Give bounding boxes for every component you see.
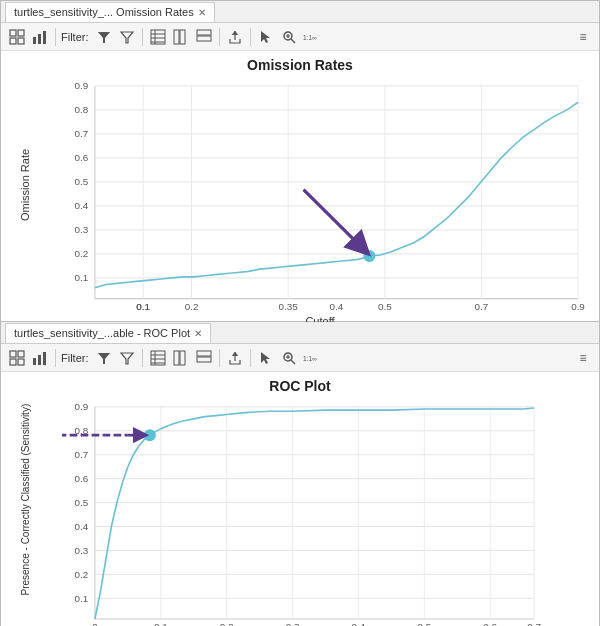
svg-marker-81: [261, 352, 270, 364]
svg-text:0.6: 0.6: [483, 621, 497, 626]
filter-icon-2b[interactable]: [117, 348, 137, 368]
tab-omission-close[interactable]: ✕: [198, 7, 206, 18]
export-icon-2[interactable]: [225, 348, 245, 368]
svg-text:0.3: 0.3: [75, 224, 89, 235]
svg-text:0.2: 0.2: [75, 248, 89, 259]
omission-curve: [95, 102, 578, 287]
svg-text:0.3: 0.3: [286, 621, 300, 626]
omission-dot: [364, 251, 375, 262]
svg-text:0.7: 0.7: [75, 128, 89, 139]
svg-rect-65: [18, 359, 24, 365]
svg-rect-62: [10, 351, 16, 357]
chart-icon-2[interactable]: [30, 348, 50, 368]
filter-label-2: Filter:: [61, 352, 89, 364]
toolbar-1: Filter: 1:1∞ ≡: [1, 23, 599, 51]
svg-rect-67: [38, 355, 41, 365]
svg-text:0.5: 0.5: [378, 301, 392, 312]
svg-line-83: [291, 360, 295, 364]
svg-marker-7: [98, 32, 110, 43]
svg-text:0.1: 0.1: [136, 301, 150, 312]
svg-text:1:1: 1:1: [303, 34, 312, 41]
svg-rect-6: [43, 31, 46, 44]
svg-text:0.2: 0.2: [185, 301, 199, 312]
y-axis-label-1: Omission Rate: [19, 149, 31, 221]
tab-roc[interactable]: turtles_sensitivity_...able - ROC Plot ✕: [5, 323, 211, 343]
omission-chart-svg: 0.9 0.8 0.7 0.6 0.5 0.4 0.3 0.2 0.1 0.1 …: [51, 75, 589, 315]
svg-rect-76: [174, 351, 179, 365]
filter-icon-2a[interactable]: [94, 348, 114, 368]
table-icon[interactable]: [7, 27, 27, 47]
svg-text:0.8: 0.8: [75, 104, 89, 115]
svg-text:0.3: 0.3: [75, 545, 89, 556]
zoom-icon-2[interactable]: [279, 348, 299, 368]
svg-text:0.2: 0.2: [75, 569, 89, 580]
sep-2: [142, 28, 143, 46]
tab-bar-2: turtles_sensitivity_...able - ROC Plot ✕: [1, 322, 599, 344]
sep-2-1: [55, 349, 56, 367]
svg-rect-17: [197, 36, 211, 41]
grid-icon-1[interactable]: [148, 27, 168, 47]
chart-roc-title: ROC Plot: [1, 372, 599, 396]
svg-text:1:1: 1:1: [303, 355, 312, 362]
svg-text:0.4: 0.4: [330, 301, 344, 312]
svg-text:0.1: 0.1: [75, 272, 89, 283]
svg-rect-1: [18, 30, 24, 36]
svg-rect-68: [43, 352, 46, 365]
sep-1: [55, 28, 56, 46]
filter-icon-1b[interactable]: [117, 27, 137, 47]
svg-text:0.4: 0.4: [75, 521, 89, 532]
svg-line-61: [304, 190, 362, 248]
tab-roc-label: turtles_sensitivity_...able - ROC Plot: [14, 327, 190, 339]
svg-rect-77: [180, 351, 185, 365]
svg-text:0.1: 0.1: [154, 621, 168, 626]
tab-roc-close[interactable]: ✕: [194, 328, 202, 339]
roc-chart-svg: 0.9 0.8 0.7 0.6 0.5 0.4 0.3 0.2 0.1 0 0.…: [51, 396, 589, 626]
tab-omission-label: turtles_sensitivity_... Omission Rates: [14, 6, 194, 18]
svg-text:0.6: 0.6: [75, 473, 89, 484]
sep-3: [219, 28, 220, 46]
menu-icon-1[interactable]: ≡: [573, 27, 593, 47]
svg-rect-16: [197, 30, 211, 35]
svg-text:0.7: 0.7: [527, 621, 541, 626]
svg-rect-78: [197, 351, 211, 356]
svg-text:0.7: 0.7: [75, 449, 89, 460]
svg-text:0: 0: [92, 621, 98, 626]
menu-icon-2[interactable]: ≡: [573, 348, 593, 368]
sep-4: [250, 28, 251, 46]
svg-rect-66: [33, 358, 36, 365]
toolbar-2: Filter: 1:1∞ ≡: [1, 344, 599, 372]
svg-marker-69: [98, 353, 110, 364]
svg-line-21: [291, 39, 295, 43]
tab-omission[interactable]: turtles_sensitivity_... Omission Rates ✕: [5, 2, 215, 22]
svg-rect-79: [197, 357, 211, 362]
zoom-icon-1[interactable]: [279, 27, 299, 47]
sep-2-3: [219, 349, 220, 367]
row-icon-2[interactable]: [194, 348, 214, 368]
svg-rect-4: [33, 37, 36, 44]
svg-rect-14: [174, 30, 179, 44]
svg-marker-70: [121, 353, 133, 364]
cursor-icon-2[interactable]: [256, 348, 276, 368]
table-icon-2[interactable]: [7, 348, 27, 368]
svg-text:0.5: 0.5: [75, 176, 89, 187]
tab-bar-1: turtles_sensitivity_... Omission Rates ✕: [1, 1, 599, 23]
filter-icon-1a[interactable]: [94, 27, 114, 47]
filter-label-1: Filter:: [61, 31, 89, 43]
chart-icon[interactable]: [30, 27, 50, 47]
export-icon-1[interactable]: [225, 27, 245, 47]
omission-rates-panel: turtles_sensitivity_... Omission Rates ✕…: [0, 0, 600, 322]
zoom2-icon-2[interactable]: 1:1∞: [302, 348, 322, 368]
svg-text:0.1: 0.1: [75, 593, 89, 604]
zoom2-icon-1[interactable]: 1:1∞: [302, 27, 322, 47]
svg-text:0.5: 0.5: [417, 621, 431, 626]
svg-text:0.4: 0.4: [352, 621, 366, 626]
row-icon-1[interactable]: [194, 27, 214, 47]
sep-2-2: [142, 349, 143, 367]
col-icon-2[interactable]: [171, 348, 191, 368]
svg-text:0.9: 0.9: [571, 301, 585, 312]
grid-icon-2[interactable]: [148, 348, 168, 368]
cursor-icon-1[interactable]: [256, 27, 276, 47]
svg-text:0.4: 0.4: [75, 200, 89, 211]
col-icon-1[interactable]: [171, 27, 191, 47]
y-axis-label-2: Presence - Correctly Classified (Sensiti…: [20, 415, 31, 595]
